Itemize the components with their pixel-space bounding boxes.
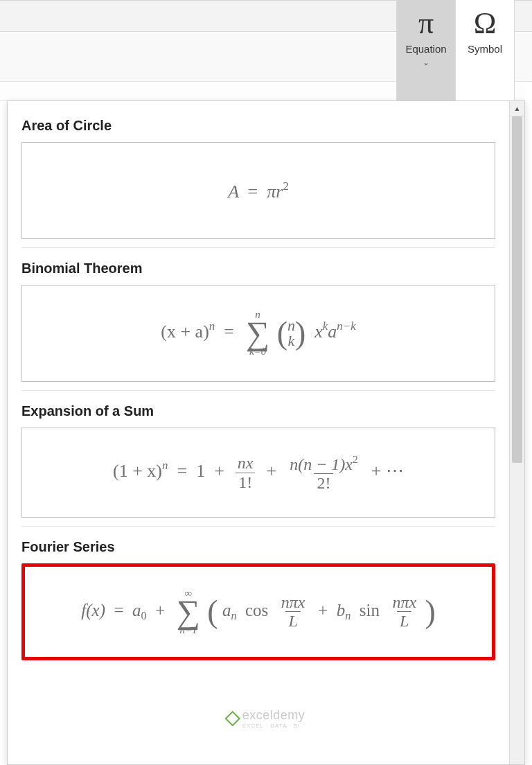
gallery-scroll-area: Area of Circle A = πr2 Binomial Theorem … [8,101,509,764]
scrollbar[interactable]: ▲ [509,101,524,764]
eq-text: (x + a)n = n ∑ k=0 ( n k ) xkan−k [161,310,355,357]
gallery-section-title: Fourier Series [21,539,495,555]
eq-text: A = πr2 [228,179,289,202]
gallery-section-title: Binomial Theorem [21,261,495,276]
symbol-button-label: Symbol [468,43,502,55]
scroll-up-icon[interactable]: ▲ [510,101,524,116]
omega-icon: Ω [474,8,497,39]
chevron-down-icon[interactable]: ⌄ [423,58,429,67]
eq-text: f(x) = a0 + ∞ ∑ n=1 ( an cos nπxL + bn s… [81,588,435,635]
divider [21,247,495,248]
equation-gallery-dropdown: Area of Circle A = πr2 Binomial Theorem … [7,100,525,765]
symbols-group: π Equation ⌄ Ω Symbol [396,0,515,100]
equation-fourier-series[interactable]: f(x) = a0 + ∞ ∑ n=1 ( an cos nπxL + bn s… [21,563,495,660]
gallery-section-title: Area of Circle [21,118,495,134]
pi-icon: π [418,8,434,39]
gallery-section-title: Expansion of a Sum [21,403,495,419]
equation-binomial-theorem[interactable]: (x + a)n = n ∑ k=0 ( n k ) xkan−k [21,285,495,382]
divider [21,526,495,527]
divider [21,390,495,391]
equation-button[interactable]: π Equation ⌄ [397,0,456,100]
equation-area-of-circle[interactable]: A = πr2 [21,142,495,239]
equation-button-label: Equation [405,43,446,55]
scroll-thumb[interactable] [512,116,522,463]
equation-expansion-of-sum[interactable]: (1 + x)n = 1 + nx1! + n(n − 1)x2 2! + ⋯ [21,428,495,518]
eq-text: (1 + x)n = 1 + nx1! + n(n − 1)x2 2! + ⋯ [113,453,404,493]
symbol-button[interactable]: Ω Symbol [456,0,515,100]
